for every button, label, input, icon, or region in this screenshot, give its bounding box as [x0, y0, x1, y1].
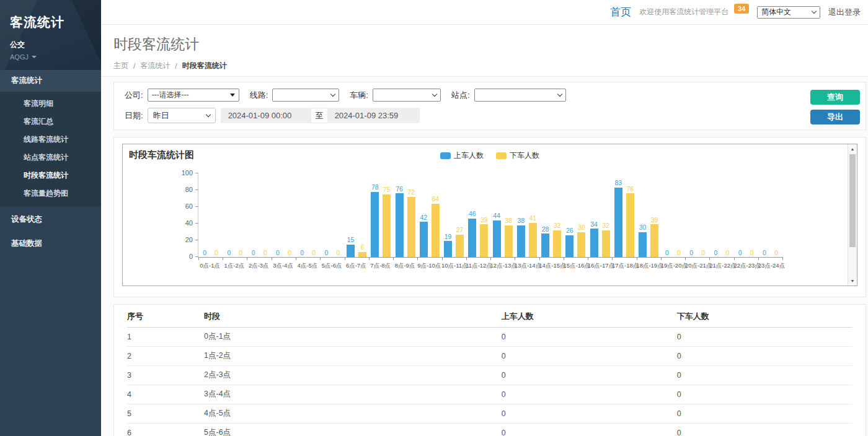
bar-下车人数 — [432, 204, 440, 257]
bar-value-label: 76 — [396, 186, 403, 193]
app-title: 客流统计 — [10, 14, 91, 31]
x-axis-tick — [490, 257, 491, 260]
table-cell: 0 — [677, 424, 852, 436]
bar-column-下车人数: 64 — [431, 174, 440, 257]
bar-value-label: 0 — [714, 250, 717, 256]
page-title: 时段客流统计 — [113, 35, 856, 54]
bar-column-下车人数: 76 — [626, 174, 634, 257]
sidebar-item-period-passenger-stats[interactable]: 时段客流统计 — [0, 167, 101, 185]
bar-column-上车人数: 28 — [541, 174, 550, 257]
bar-上车人数 — [347, 245, 355, 257]
bar-column-下车人数: 30 — [577, 174, 586, 257]
table-cell: 0 — [502, 366, 677, 385]
sidebar-item-passenger-detail[interactable]: 客流明细 — [0, 95, 101, 113]
bar-value-label: 0 — [750, 250, 754, 256]
company-label: 公司: — [125, 90, 143, 101]
chart-category: 00 — [296, 174, 320, 257]
x-axis-tick — [539, 257, 540, 260]
sidebar-item-passenger-summary[interactable]: 客流汇总 — [0, 113, 101, 131]
bar-上车人数 — [420, 222, 428, 257]
table-cell: 1点-2点 — [204, 347, 502, 366]
sidebar-item-station-passenger-stats[interactable]: 站点客流统计 — [0, 149, 101, 167]
bar-column-上车人数: 44 — [492, 174, 501, 257]
x-axis-tick — [198, 257, 199, 260]
bar-column-上车人数: 0 — [273, 174, 282, 257]
date-range-group: 2024-01-09 00:00 至 2024-01-09 23:59 — [221, 108, 420, 123]
sidebar-item-base-data[interactable]: 基础数据 — [0, 232, 101, 255]
sidebar-item-device-status[interactable]: 设备状态 — [0, 208, 101, 231]
language-select[interactable]: 简体中文 — [757, 6, 820, 19]
filter-panel: 公司: ---请选择--- 线路: 车辆: 站点: — [113, 82, 866, 130]
bar-下车人数 — [553, 230, 561, 257]
home-link[interactable]: 首页 — [610, 5, 631, 19]
sidebar-item-passenger-stats[interactable]: 客流统计 — [0, 70, 101, 92]
bar-column-上车人数: 19 — [444, 174, 453, 257]
org-name: 公交 — [10, 40, 91, 50]
bar-下车人数 — [407, 197, 415, 257]
table-cell: 2点-3点 — [204, 366, 502, 385]
x-axis-category-label: 12点-13点 — [490, 262, 515, 270]
station-select[interactable] — [474, 89, 566, 102]
company-select[interactable]: ---请选择--- — [148, 89, 239, 102]
sidebar-submenu-passenger-stats: 客流明细客流汇总线路客流统计站点客流统计时段客流统计客流量趋势图 — [0, 92, 101, 207]
user-menu[interactable]: AQGJ — [10, 53, 91, 61]
notification-badge: 34 — [734, 4, 749, 14]
table-row: 32点-3点00 — [127, 366, 852, 385]
scrollbar-down-arrow-icon[interactable]: ▼ — [848, 276, 857, 286]
date-preset-select[interactable]: 昨日 — [148, 108, 216, 123]
bar-column-上车人数: 0 — [200, 174, 209, 257]
scrollbar-up-arrow-icon[interactable]: ▲ — [848, 144, 857, 154]
bar-column-上车人数: 0 — [224, 174, 233, 257]
breadcrumb-home[interactable]: 主页 — [113, 61, 128, 71]
chart-category: 7875 — [369, 174, 393, 257]
x-axis-category-label: 2点-3点 — [247, 262, 271, 270]
language-select-value: 简体中文 — [761, 7, 791, 17]
sidebar-item-passenger-trend-chart[interactable]: 客流量趋势图 — [0, 185, 101, 203]
x-axis-category-label: 9点-10点 — [417, 262, 441, 270]
bar-value-label: 46 — [469, 211, 476, 217]
export-button[interactable]: 导出 — [810, 110, 860, 124]
sidebar-item-line-passenger-stats[interactable]: 线路客流统计 — [0, 131, 101, 149]
chart-vertical-scrollbar[interactable]: ▲ ▼ — [848, 144, 857, 286]
y-axis-label: 80 — [185, 186, 193, 193]
chart-category: 4438 — [490, 174, 515, 257]
bar-column-下车人数: 0 — [334, 174, 342, 257]
bar-column-上车人数: 83 — [614, 174, 622, 257]
end-datetime-input[interactable]: 2024-01-09 23:59 — [327, 108, 420, 123]
chart-category: 00 — [709, 174, 733, 257]
legend-item-下车人数[interactable]: 下车人数 — [496, 150, 539, 161]
x-axis-tick — [393, 257, 394, 260]
y-axis-tick — [195, 190, 198, 190]
legend-item-上车人数[interactable]: 上车人数 — [440, 150, 484, 161]
line-label: 线路: — [250, 90, 268, 101]
vehicle-select[interactable] — [373, 89, 441, 102]
bar-column-上车人数: 76 — [395, 174, 404, 257]
bar-value-label: 30 — [578, 224, 585, 231]
bar-value-label: 0 — [701, 250, 705, 256]
bar-下车人数 — [480, 224, 488, 257]
chevron-down-icon — [205, 112, 210, 117]
bar-value-label: 75 — [383, 186, 391, 193]
start-datetime-input[interactable]: 2024-01-09 00:00 — [221, 108, 311, 123]
chart-category: 156 — [345, 174, 369, 257]
breadcrumb-section[interactable]: 客流统计 — [140, 61, 170, 71]
station-label: 站点: — [451, 90, 470, 101]
y-axis-label: 20 — [185, 237, 193, 243]
x-axis-category-label: 8点-9点 — [392, 262, 417, 270]
query-button[interactable]: 查询 — [810, 90, 860, 105]
table-header-cell: 上车人数 — [502, 305, 677, 328]
bar-value-label: 15 — [347, 237, 355, 243]
bar-value-label: 76 — [627, 186, 634, 193]
line-select[interactable] — [272, 89, 339, 102]
bar-column-下车人数: 32 — [553, 174, 562, 257]
bar-column-下车人数: 0 — [261, 174, 270, 257]
x-axis-tick — [685, 257, 686, 260]
scrollbar-thumb[interactable] — [849, 154, 856, 247]
bar-column-上车人数: 0 — [249, 174, 258, 257]
topbar: 首页 欢迎使用客流统计管理平台 34 简体中文 退出登录 — [101, 0, 868, 25]
logout-link[interactable]: 退出登录 — [828, 7, 861, 18]
chart-category: 00 — [223, 174, 247, 257]
period-stats-table: 序号时段上车人数下车人数 10点-1点0021点-2点0032点-3点0043点… — [127, 305, 852, 436]
bar-value-label: 30 — [639, 224, 647, 231]
chart-category: 2832 — [539, 174, 564, 257]
